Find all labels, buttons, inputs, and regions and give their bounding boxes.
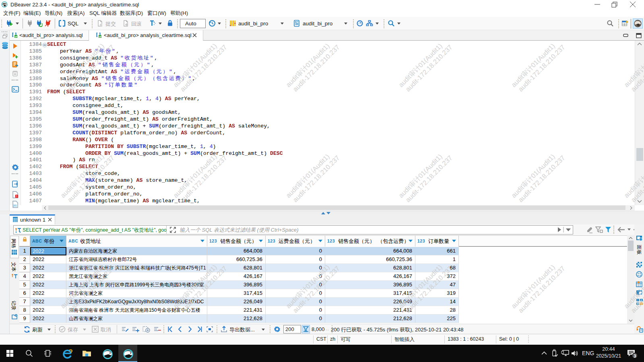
svg-text:(x): (x) [13,204,17,207]
svg-text:3: 3 [634,354,636,358]
